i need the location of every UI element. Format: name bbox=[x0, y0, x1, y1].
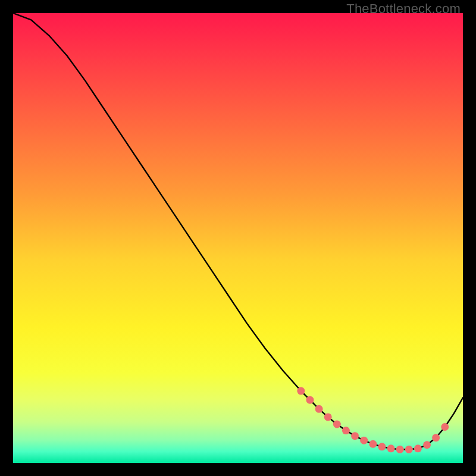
curve-marker bbox=[414, 444, 422, 452]
gradient-background bbox=[13, 13, 463, 463]
curve-marker bbox=[324, 413, 332, 421]
curve-marker bbox=[423, 441, 431, 449]
curve-marker bbox=[306, 396, 314, 404]
curve-marker bbox=[360, 437, 368, 444]
chart-frame bbox=[13, 13, 463, 463]
curve-marker bbox=[378, 443, 386, 450]
curve-marker bbox=[333, 420, 341, 428]
curve-marker bbox=[315, 405, 323, 413]
bottleneck-curve-plot bbox=[13, 13, 463, 463]
curve-marker bbox=[351, 432, 359, 440]
curve-marker bbox=[369, 440, 377, 448]
curve-marker bbox=[432, 434, 440, 441]
curve-marker bbox=[387, 444, 395, 452]
curve-marker bbox=[396, 446, 404, 453]
curve-marker bbox=[441, 423, 449, 431]
curve-marker bbox=[342, 427, 350, 434]
curve-marker bbox=[405, 446, 413, 453]
curve-marker bbox=[297, 387, 305, 395]
